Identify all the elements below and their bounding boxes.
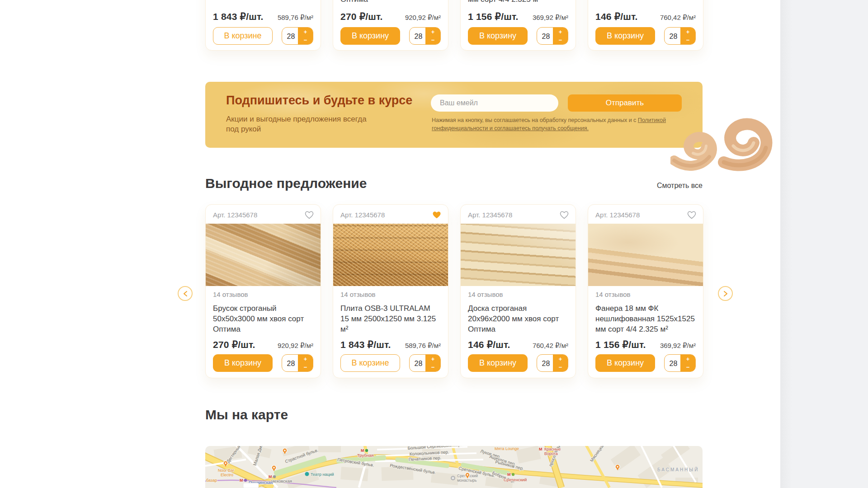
buy-row: В корзину + − bbox=[468, 354, 568, 372]
in-cart-button[interactable]: В корзине bbox=[340, 354, 400, 372]
price-row: 1 156 ₽/шт. 369,92 ₽/м² bbox=[595, 339, 696, 350]
quantity-plus-button[interactable]: + bbox=[553, 28, 568, 36]
stepper-controls: + − bbox=[680, 355, 695, 371]
email-input[interactable] bbox=[431, 94, 558, 112]
product-card: Арт. 12345678 14 отзывов Доска строганая… bbox=[460, 204, 576, 378]
product-price-per-m2: 920,92 ₽/м² bbox=[405, 14, 441, 22]
price-row: 1 843 ₽/шт. 589,76 ₽/м² bbox=[213, 11, 313, 22]
heart-icon bbox=[304, 209, 315, 220]
metro-station-label: Красные bbox=[544, 447, 561, 451]
quantity-stepper: + − bbox=[282, 354, 313, 372]
product-title-fragment: мм сорт 4/4 2.325 м² bbox=[468, 0, 568, 4]
buy-row: В корзину + − bbox=[595, 354, 696, 372]
product-title[interactable]: Доска строганая 20x96x2000 мм хвоя сорт … bbox=[468, 303, 568, 334]
quantity-input[interactable] bbox=[665, 28, 682, 45]
quantity-input[interactable] bbox=[537, 355, 555, 372]
product-card: Арт. 12345678 14 отзывов Брусок строганы… bbox=[205, 204, 321, 378]
stepper-controls: + − bbox=[553, 355, 568, 371]
page-background-strip bbox=[780, 0, 868, 488]
quantity-stepper: + − bbox=[409, 27, 441, 45]
favorite-button[interactable] bbox=[685, 208, 698, 222]
price-row: 1 843 ₽/шт. 589,76 ₽/м² bbox=[340, 339, 441, 350]
product-image[interactable] bbox=[461, 224, 576, 286]
quantity-minus-button[interactable]: − bbox=[680, 363, 695, 372]
catalog-page: 1 843 ₽/шт. 589,76 ₽/м² В корзине + − Оп… bbox=[0, 0, 868, 488]
add-to-cart-button[interactable]: В корзину bbox=[595, 27, 655, 45]
product-reviews[interactable]: 14 отзывов bbox=[340, 291, 376, 298]
add-to-cart-button[interactable]: В корзину bbox=[468, 354, 528, 372]
deals-section-title: Выгодное предложение bbox=[205, 176, 367, 191]
product-reviews[interactable]: 14 отзывов bbox=[213, 291, 248, 298]
product-reviews[interactable]: 14 отзывов bbox=[595, 291, 631, 298]
quantity-input[interactable] bbox=[410, 355, 427, 372]
add-to-cart-button[interactable]: В корзину bbox=[340, 27, 400, 45]
favorite-button-active[interactable] bbox=[430, 208, 443, 222]
see-all-link[interactable]: Смотреть все bbox=[657, 182, 703, 190]
product-image[interactable] bbox=[206, 224, 321, 286]
subscribe-banner: Подпишитесь и будьте в курсе Акции и выг… bbox=[205, 82, 703, 148]
quantity-plus-button[interactable]: + bbox=[680, 28, 695, 36]
product-sku: Арт. 12345678 bbox=[468, 211, 512, 219]
quantity-plus-button[interactable]: + bbox=[425, 355, 440, 363]
heart-icon bbox=[559, 209, 570, 220]
carousel-prev-button[interactable] bbox=[178, 286, 193, 301]
stepper-controls: + − bbox=[298, 355, 313, 371]
product-title[interactable]: Плита OSB-3 ULTRALAM 15 мм 2500x1250 мм … bbox=[340, 303, 441, 334]
quantity-stepper: + − bbox=[282, 27, 313, 45]
subscribe-disclaimer: Нажимая на кнопку, вы соглашаетесь на об… bbox=[432, 117, 679, 132]
map[interactable]: Дегтярный пер. Малая Дмитровка Страстной… bbox=[205, 446, 703, 488]
carousel-next-button[interactable] bbox=[718, 286, 733, 301]
product-card-partial: 1 843 ₽/шт. 589,76 ₽/м² В корзине + − bbox=[205, 0, 321, 51]
product-card: Арт. 12345678 14 отзывов Фанера 18 мм ФК… bbox=[588, 204, 703, 378]
add-to-cart-button[interactable]: В корзину bbox=[595, 354, 655, 372]
product-image[interactable] bbox=[333, 224, 448, 286]
quantity-minus-button[interactable]: − bbox=[298, 36, 313, 45]
quantity-input[interactable] bbox=[665, 355, 682, 372]
quantity-minus-button[interactable]: − bbox=[680, 36, 695, 45]
in-cart-button[interactable]: В корзине bbox=[213, 27, 273, 45]
product-price: 1 156 ₽/шт. bbox=[595, 339, 646, 350]
quantity-stepper: + − bbox=[537, 27, 568, 45]
favorite-button[interactable] bbox=[557, 208, 571, 222]
add-to-cart-button[interactable]: В корзину bbox=[213, 354, 273, 372]
product-price: 146 ₽/шт. bbox=[468, 339, 510, 350]
quantity-minus-button[interactable]: − bbox=[553, 36, 568, 45]
favorite-button[interactable] bbox=[302, 208, 316, 222]
quantity-input[interactable] bbox=[282, 28, 300, 45]
quantity-plus-button[interactable]: + bbox=[553, 355, 568, 363]
map-balloon-partial bbox=[243, 483, 259, 488]
quantity-plus-button[interactable]: + bbox=[298, 28, 313, 36]
heart-icon bbox=[686, 209, 697, 220]
product-sku: Арт. 12345678 bbox=[213, 211, 257, 219]
product-card-partial: Оптима 270 ₽/шт. 920,92 ₽/м² В корзину +… bbox=[333, 0, 448, 51]
quantity-plus-button[interactable]: + bbox=[680, 355, 695, 363]
quantity-plus-button[interactable]: + bbox=[425, 28, 440, 36]
quantity-input[interactable] bbox=[410, 28, 427, 45]
buy-row: В корзине + − bbox=[340, 354, 441, 372]
product-price-per-m2: 589,76 ₽/м² bbox=[278, 14, 313, 22]
wood-shaving-decoration bbox=[670, 110, 781, 173]
product-image[interactable] bbox=[588, 224, 703, 286]
product-price: 1 843 ₽/шт. bbox=[213, 11, 264, 22]
quantity-minus-button[interactable]: − bbox=[553, 363, 568, 372]
price-row: 270 ₽/шт. 920,92 ₽/м² bbox=[213, 339, 313, 350]
add-to-cart-button[interactable]: В корзину bbox=[468, 27, 528, 45]
map-canvas: Дегтярный пер. Малая Дмитровка Страстной… bbox=[205, 446, 703, 488]
subscribe-submit-button[interactable]: Отправить bbox=[568, 94, 682, 112]
quantity-stepper: + − bbox=[664, 354, 696, 372]
product-reviews[interactable]: 14 отзывов bbox=[468, 291, 503, 298]
stepper-controls: + − bbox=[553, 28, 568, 44]
product-price: 146 ₽/шт. bbox=[595, 11, 638, 22]
poi-label: Театр наций bbox=[311, 472, 334, 477]
poi-label: Electro bbox=[221, 473, 233, 477]
product-price-per-m2: 760,42 ₽/м² bbox=[533, 342, 568, 350]
quantity-minus-button[interactable]: − bbox=[425, 363, 440, 372]
quantity-minus-button[interactable]: − bbox=[425, 36, 440, 45]
quantity-plus-button[interactable]: + bbox=[298, 355, 313, 363]
quantity-minus-button[interactable]: − bbox=[298, 363, 313, 372]
product-title[interactable]: Фанера 18 мм ФК нешлифованная 1525x1525 … bbox=[595, 303, 696, 334]
product-title[interactable]: Брусок строганый 50x50x3000 мм хвоя сорт… bbox=[213, 303, 313, 334]
quantity-input[interactable] bbox=[537, 28, 555, 45]
poi-label: монастырь bbox=[457, 478, 477, 483]
quantity-input[interactable] bbox=[282, 355, 300, 372]
